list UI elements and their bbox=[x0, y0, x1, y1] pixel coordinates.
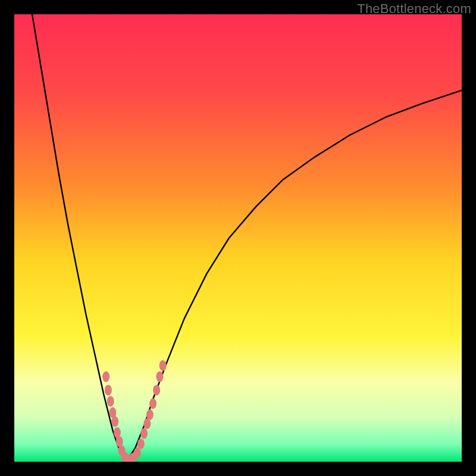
marker-dot bbox=[105, 385, 112, 396]
marker-dot bbox=[102, 371, 109, 382]
marker-dot bbox=[153, 385, 160, 396]
chart-frame: TheBottleneck.com bbox=[0, 0, 476, 476]
plot-area bbox=[14, 14, 462, 462]
gradient-background bbox=[14, 14, 462, 462]
marker-dot bbox=[111, 416, 118, 427]
marker-dot bbox=[156, 371, 163, 382]
chart-svg bbox=[14, 14, 462, 462]
marker-dot bbox=[140, 428, 148, 439]
marker-dot bbox=[146, 409, 154, 420]
marker-dot bbox=[159, 360, 167, 371]
marker-dot bbox=[149, 398, 156, 409]
marker-dot bbox=[107, 396, 114, 406]
marker-dot bbox=[137, 439, 145, 449]
marker-dot bbox=[134, 447, 141, 458]
